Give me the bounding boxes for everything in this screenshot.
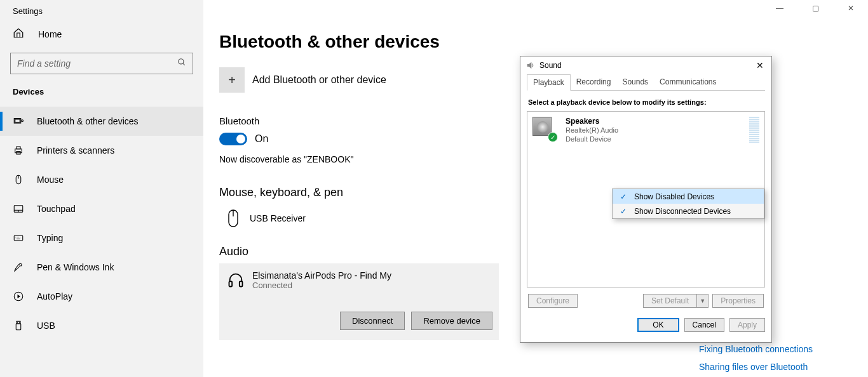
context-menu-label: Show Disabled Devices — [632, 192, 714, 201]
close-icon[interactable]: ✕ — [754, 60, 766, 70]
mouse-icon — [223, 208, 243, 228]
playback-device-driver: Realtek(R) Audio — [566, 126, 618, 135]
sidebar-item-label: Typing — [37, 233, 63, 243]
printer-icon — [13, 145, 25, 156]
sidebar-item-label: Printers & scanners — [37, 145, 114, 155]
context-menu-item-show-disconnected[interactable]: ✓ Show Disconnected Devices — [613, 204, 764, 218]
sidebar-item-mouse[interactable]: Mouse — [0, 165, 203, 194]
set-default-dropdown[interactable]: ▼ — [697, 294, 709, 308]
speaker-device-icon: ✓ — [532, 117, 555, 140]
sidebar-item-label: USB — [37, 321, 55, 331]
plus-icon: + — [219, 67, 245, 93]
add-device-label: Add Bluetooth or other device — [252, 74, 386, 86]
check-icon: ✓ — [615, 207, 632, 216]
app-title: Settings — [0, 0, 203, 16]
sidebar-item-bluetooth[interactable]: Bluetooth & other devices — [0, 107, 203, 136]
svg-rect-5 — [17, 147, 20, 149]
sidebar-item-label: Bluetooth & other devices — [37, 116, 139, 126]
search-input-wrapper[interactable] — [10, 53, 193, 74]
sidebar-item-usb[interactable]: USB — [0, 311, 203, 340]
sidebar-item-label: Mouse — [37, 175, 64, 185]
playback-device-speakers[interactable]: ✓ Speakers Realtek(R) Audio Default Devi… — [527, 112, 764, 149]
disconnect-button[interactable]: Disconnect — [340, 312, 405, 330]
home-nav[interactable]: Home — [0, 16, 203, 53]
tab-recording[interactable]: Recording — [571, 74, 617, 90]
apply-button[interactable]: Apply — [729, 318, 765, 332]
home-icon — [13, 27, 25, 41]
bluetooth-state: On — [255, 133, 268, 145]
check-icon: ✓ — [615, 192, 632, 201]
dialog-title: Sound — [539, 61, 754, 70]
device-name: Elsimanata's AirPods Pro - Find My — [252, 270, 391, 281]
tab-playback[interactable]: Playback — [527, 74, 571, 91]
cancel-button[interactable]: Cancel — [684, 318, 724, 332]
sidebar-item-autoplay[interactable]: AutoPlay — [0, 282, 203, 311]
search-input[interactable] — [17, 58, 177, 69]
svg-point-0 — [179, 59, 184, 64]
headphones-icon — [226, 270, 246, 290]
sidebar-item-label: Touchpad — [37, 204, 76, 214]
sidebar-item-label: AutoPlay — [37, 291, 72, 301]
svg-point-3 — [22, 120, 24, 122]
svg-rect-15 — [240, 281, 243, 286]
configure-button[interactable]: Configure — [528, 294, 578, 308]
autoplay-icon — [13, 291, 25, 302]
sidebar: Settings Home Devices Bluetooth & other … — [0, 0, 203, 377]
check-icon: ✓ — [548, 132, 558, 142]
pen-icon — [13, 261, 25, 273]
sidebar-item-touchpad[interactable]: Touchpad — [0, 194, 203, 223]
sidebar-item-label: Pen & Windows Ink — [37, 262, 114, 272]
tab-communications[interactable]: Communications — [654, 74, 722, 90]
level-meter — [749, 117, 759, 143]
set-default-button[interactable]: Set Default — [643, 294, 697, 308]
svg-rect-14 — [229, 281, 233, 286]
device-airpods-selected[interactable]: Elsimanata's AirPods Pro - Find My Conne… — [219, 263, 499, 340]
properties-button[interactable]: Properties — [712, 294, 764, 308]
sidebar-item-printers[interactable]: Printers & scanners — [0, 136, 203, 165]
tab-sounds[interactable]: Sounds — [616, 74, 654, 90]
page-title: Bluetooth & other devices — [219, 32, 868, 52]
device-name: USB Receiver — [250, 213, 306, 223]
touchpad-icon — [13, 203, 25, 215]
speaker-icon — [526, 60, 536, 70]
mouse-icon — [13, 174, 25, 185]
search-icon — [177, 58, 186, 69]
home-label: Home — [38, 29, 62, 39]
context-menu-label: Show Disconnected Devices — [632, 207, 731, 216]
device-icon — [13, 116, 25, 127]
dialog-tabs: Playback Recording Sounds Communications — [527, 74, 765, 91]
device-status: Connected — [252, 281, 391, 290]
svg-rect-2 — [15, 119, 20, 122]
sidebar-section-title: Devices — [0, 83, 203, 107]
playback-device-name: Speakers — [566, 117, 618, 126]
svg-rect-9 — [14, 235, 23, 241]
usb-icon — [13, 320, 25, 331]
svg-rect-11 — [17, 321, 20, 324]
dialog-instruction: Select a playback device below to modify… — [527, 91, 765, 111]
sidebar-item-typing[interactable]: Typing — [0, 223, 203, 253]
keyboard-icon — [13, 232, 25, 244]
bluetooth-toggle[interactable] — [219, 133, 247, 145]
svg-rect-4 — [15, 149, 22, 153]
remove-device-button[interactable]: Remove device — [411, 312, 492, 330]
ok-button[interactable]: OK — [637, 318, 679, 332]
playback-device-default: Default Device — [566, 135, 618, 143]
sidebar-item-pen[interactable]: Pen & Windows Ink — [0, 253, 203, 282]
context-menu: ✓ Show Disabled Devices ✓ Show Disconnec… — [612, 189, 764, 219]
svg-rect-12 — [16, 324, 21, 330]
context-menu-item-show-disabled[interactable]: ✓ Show Disabled Devices — [613, 189, 764, 204]
